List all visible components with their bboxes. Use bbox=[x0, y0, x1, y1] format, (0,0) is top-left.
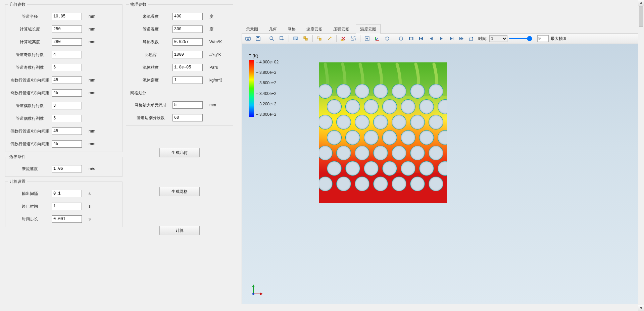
param-unit: 度 bbox=[203, 27, 213, 32]
param-row: 来流速度m/s bbox=[8, 162, 119, 175]
param-input[interactable] bbox=[52, 115, 82, 122]
save-icon[interactable] bbox=[253, 34, 263, 43]
param-input[interactable] bbox=[172, 25, 203, 33]
delete-selection-icon[interactable] bbox=[339, 34, 348, 43]
fast-fwd-icon[interactable] bbox=[457, 34, 466, 43]
animation-icon[interactable] bbox=[406, 34, 416, 43]
svg-rect-2 bbox=[249, 37, 250, 38]
param-input[interactable] bbox=[172, 38, 203, 46]
rubber-zoom-icon[interactable] bbox=[349, 34, 358, 43]
middle-column: 物理参数 来流温度度管道温度度导热系数W/m*K比热容J/kg*K流体粘度Pa*… bbox=[124, 0, 235, 311]
param-row: 管道边剖分段数 bbox=[129, 111, 230, 124]
svg-rect-9 bbox=[305, 38, 307, 40]
param-unit: mm bbox=[203, 103, 216, 107]
color-legend: T (K) 4.000e+023.800e+23.600e+23.400e+23… bbox=[249, 53, 279, 117]
svg-rect-15 bbox=[341, 40, 343, 41]
time-select[interactable]: 1 bbox=[489, 35, 507, 42]
param-input[interactable] bbox=[52, 89, 82, 97]
tab-5[interactable]: 温度云图 bbox=[356, 24, 381, 34]
tube bbox=[374, 84, 388, 98]
visibility-icon[interactable] bbox=[301, 34, 310, 43]
tube bbox=[410, 84, 425, 98]
visualization-canvas[interactable]: T (K) 4.000e+023.800e+23.600e+23.400e+23… bbox=[242, 44, 641, 304]
param-input[interactable] bbox=[52, 51, 82, 58]
axis-icon[interactable] bbox=[373, 34, 382, 43]
param-input[interactable] bbox=[52, 127, 82, 135]
group-physics: 物理参数 来流温度度管道温度度导热系数W/m*K比热容J/kg*K流体粘度Pa*… bbox=[126, 2, 233, 88]
visibility-toggle-icon[interactable] bbox=[315, 34, 324, 43]
param-input[interactable] bbox=[172, 64, 203, 71]
param-unit: Pa*s bbox=[203, 65, 218, 70]
frame-fwd-icon[interactable] bbox=[447, 34, 456, 43]
param-row: 管道偶数行行数 bbox=[8, 99, 119, 112]
tube bbox=[392, 84, 406, 98]
pick-surface-icon[interactable] bbox=[291, 34, 300, 43]
time-slider[interactable] bbox=[509, 38, 532, 39]
tab-1[interactable]: 几何 bbox=[264, 24, 281, 34]
param-input[interactable] bbox=[52, 13, 82, 20]
pick-box-icon[interactable] bbox=[277, 34, 287, 43]
param-input[interactable] bbox=[172, 114, 203, 121]
toolbar-separator bbox=[312, 35, 313, 42]
group-boundary-legend: 边界条件 bbox=[8, 154, 27, 160]
tab-0[interactable]: 示意图 bbox=[242, 24, 262, 34]
scroll-thumb[interactable] bbox=[639, 6, 643, 27]
param-input[interactable] bbox=[52, 25, 82, 33]
group-geometry-legend: 几何参数 bbox=[8, 2, 27, 7]
group-mesh: 网格划分 网格最大单元尺寸mm管道边剖分段数 bbox=[126, 90, 233, 126]
scroll-down-button[interactable] bbox=[638, 305, 644, 311]
svg-rect-35 bbox=[469, 38, 473, 41]
rewind-icon[interactable] bbox=[416, 34, 426, 43]
param-row: 计算域长度mm bbox=[8, 23, 119, 36]
camera-icon[interactable] bbox=[243, 34, 253, 43]
param-input[interactable] bbox=[52, 203, 82, 210]
pan-icon[interactable] bbox=[396, 34, 406, 43]
tube bbox=[327, 131, 341, 145]
param-input[interactable] bbox=[52, 190, 82, 197]
export-anim-icon[interactable] bbox=[467, 34, 476, 43]
tube bbox=[383, 131, 397, 145]
svg-point-17 bbox=[353, 38, 354, 39]
tube bbox=[337, 146, 351, 160]
wand-icon[interactable] bbox=[325, 34, 334, 43]
tab-3[interactable]: 速度云图 bbox=[302, 24, 327, 34]
compute-button[interactable]: 计算 bbox=[159, 226, 200, 235]
tab-2[interactable]: 网格 bbox=[283, 24, 300, 34]
scroll-up-button[interactable] bbox=[638, 0, 644, 6]
tab-4[interactable]: 压强云图 bbox=[329, 24, 354, 34]
tube bbox=[355, 177, 369, 191]
param-label: 流体密度 bbox=[129, 77, 172, 83]
tube bbox=[401, 131, 415, 145]
param-label: 导热系数 bbox=[129, 39, 172, 45]
param-label: 终止时间 bbox=[8, 204, 52, 209]
param-input[interactable] bbox=[172, 76, 203, 84]
tube bbox=[355, 146, 369, 160]
param-input[interactable] bbox=[172, 51, 203, 58]
param-input[interactable] bbox=[172, 13, 203, 20]
rotate-icon[interactable] bbox=[383, 34, 392, 43]
param-row: 比热容J/kg*K bbox=[129, 48, 230, 61]
param-input[interactable] bbox=[52, 38, 82, 46]
fit-all-icon[interactable] bbox=[362, 34, 372, 43]
param-input[interactable] bbox=[52, 165, 82, 172]
param-input[interactable] bbox=[52, 76, 82, 84]
tube bbox=[392, 177, 406, 191]
param-input[interactable] bbox=[172, 101, 203, 109]
app-root: 几何参数 管道半径mm计算域长度mm计算域高度mm管道奇数行行数管道奇数行列数奇… bbox=[0, 0, 644, 311]
frame-back-icon[interactable] bbox=[427, 34, 436, 43]
tube bbox=[383, 161, 397, 175]
tube bbox=[419, 131, 434, 145]
frame-input[interactable] bbox=[537, 35, 549, 42]
tube bbox=[429, 84, 443, 98]
play-icon[interactable] bbox=[437, 34, 446, 43]
param-row: 计算域高度mm bbox=[8, 36, 119, 48]
param-input[interactable] bbox=[52, 140, 82, 148]
generate-mesh-button[interactable]: 生成网格 bbox=[159, 187, 200, 196]
scroll-track[interactable] bbox=[638, 6, 644, 305]
generate-geometry-button[interactable]: 生成几何 bbox=[159, 148, 200, 157]
vertical-scrollbar[interactable] bbox=[638, 0, 644, 311]
param-input[interactable] bbox=[52, 102, 82, 109]
param-input[interactable] bbox=[52, 64, 82, 71]
param-input[interactable] bbox=[52, 215, 82, 223]
zoom-icon[interactable] bbox=[267, 34, 277, 43]
